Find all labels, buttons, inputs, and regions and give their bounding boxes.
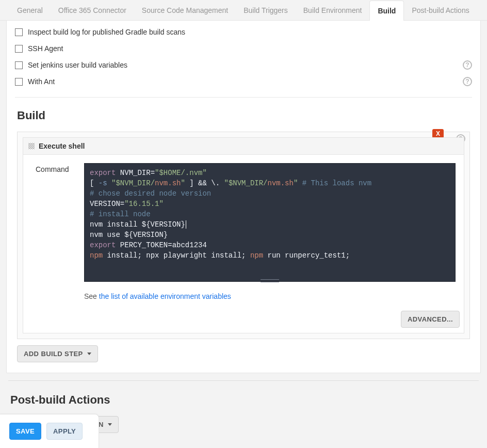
tab-build-triggers[interactable]: Build Triggers: [236, 0, 296, 20]
tab-office365-connector[interactable]: Office 365 Connector: [51, 0, 134, 20]
chevron-down-icon: [87, 353, 91, 355]
help-icon[interactable]: ?: [463, 60, 472, 70]
checkbox-set-jenkins-user-vars[interactable]: [15, 61, 23, 69]
step-title: Execute shell: [39, 142, 85, 150]
env-option-row: Inspect build log for published Gradle b…: [15, 24, 472, 40]
help-icon[interactable]: ?: [463, 77, 472, 86]
footer-actions: SAVE APPLY: [0, 414, 99, 448]
build-environment-section: Inspect build log for published Gradle b…: [6, 21, 481, 373]
env-option-label: Set jenkins user build variables: [28, 61, 127, 69]
tab-build[interactable]: Build: [369, 1, 404, 21]
resize-handle[interactable]: [261, 279, 279, 282]
checkbox-gradle-scans[interactable]: [15, 28, 23, 36]
command-row: Command export NVM_DIR="$HOME/.nvm" [ -s…: [23, 155, 464, 286]
env-option-row: Set jenkins user build variables ?: [15, 57, 472, 73]
env-vars-link[interactable]: the list of available environment variab…: [99, 292, 231, 300]
command-label: Command: [36, 163, 75, 173]
build-section-title: Build: [15, 102, 472, 132]
build-steps-container: X ? Execute shell Command export NVM_DIR…: [17, 132, 470, 339]
checkbox-with-ant[interactable]: [15, 78, 23, 86]
drag-handle-icon[interactable]: [28, 143, 35, 149]
env-option-label: Inspect build log for published Gradle b…: [28, 28, 185, 36]
checkbox-ssh-agent[interactable]: [15, 45, 23, 53]
command-editor[interactable]: export NVM_DIR="$HOME/.nvm" [ -s "$NVM_D…: [84, 163, 456, 282]
env-option-row: SSH Agent: [15, 40, 472, 57]
apply-button[interactable]: APPLY: [46, 423, 83, 440]
chevron-down-icon: [108, 423, 112, 426]
save-button[interactable]: SAVE: [9, 423, 41, 440]
advanced-button[interactable]: ADVANCED...: [401, 311, 460, 328]
tab-build-environment[interactable]: Build Environment: [296, 0, 370, 20]
config-tabs: General Office 365 Connector Source Code…: [0, 0, 487, 21]
tab-scm[interactable]: Source Code Management: [134, 0, 236, 20]
post-build-title: Post-build Actions: [8, 386, 479, 416]
build-step-execute-shell: Execute shell Command export NVM_DIR="$H…: [23, 137, 464, 333]
tab-general[interactable]: General: [9, 0, 51, 20]
step-header: Execute shell: [23, 138, 464, 155]
env-vars-hint: See the list of available environment va…: [23, 286, 464, 311]
tab-post-build-actions[interactable]: Post-build Actions: [404, 0, 477, 20]
add-build-step-button[interactable]: ADD BUILD STEP: [17, 345, 98, 362]
section-divider: [15, 97, 472, 98]
env-option-label: SSH Agent: [28, 44, 63, 53]
add-build-step-label: ADD BUILD STEP: [24, 350, 83, 358]
env-option-label: With Ant: [28, 77, 55, 86]
env-option-row: With Ant ?: [15, 73, 472, 90]
